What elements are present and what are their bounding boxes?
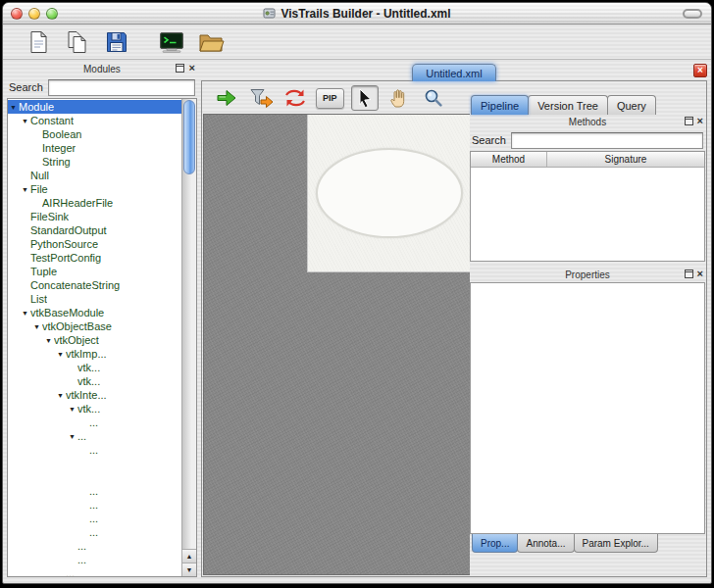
expand-arrow-icon[interactable]: ▼ (55, 392, 66, 399)
tree-item[interactable]: ConcatenateString (8, 278, 181, 292)
toolbar-toggle-button[interactable] (683, 9, 702, 19)
scroll-down-button[interactable]: ▼ (182, 563, 196, 576)
close-tab-button[interactable]: × (693, 64, 707, 77)
modules-search-input[interactable] (48, 79, 195, 96)
tree-item[interactable]: ... (8, 553, 181, 566)
zoom-tool-button[interactable] (420, 85, 447, 111)
tree-item[interactable]: ... (8, 484, 181, 498)
tree-item[interactable]: Integer (8, 141, 181, 155)
scroll-up-button[interactable]: ▲ (182, 549, 196, 563)
methods-table-body (471, 168, 704, 261)
tab-query[interactable]: Query (607, 95, 656, 115)
tree-item[interactable]: List (8, 292, 181, 306)
tree-item[interactable]: ▼vtkImp... (8, 347, 181, 361)
tree-item[interactable]: ▼vtkBaseModule (8, 306, 181, 319)
column-header-signature[interactable]: Signature (547, 152, 704, 167)
tab-pipeline[interactable]: Pipeline (471, 95, 529, 115)
console-button[interactable] (156, 27, 187, 57)
properties-panel-header[interactable]: Properties × (470, 268, 705, 282)
expand-arrow-icon[interactable]: ▼ (8, 104, 19, 111)
scrollbar-thumb[interactable] (183, 100, 195, 174)
column-header-method[interactable]: Method (471, 152, 547, 167)
tree-item[interactable]: ▼Constant (8, 114, 181, 127)
tree-item[interactable]: FileSink (8, 210, 181, 223)
tab-annotations[interactable]: Annota... (517, 534, 574, 553)
tree-item[interactable] (8, 470, 181, 484)
pipeline-canvas[interactable] (203, 114, 470, 575)
tree-item[interactable]: ... (8, 443, 181, 457)
filter-button[interactable] (247, 85, 275, 111)
methods-search-label: Search (472, 134, 506, 146)
tree-item[interactable]: vtk... (8, 361, 181, 374)
pan-tool-button[interactable] (385, 85, 413, 111)
zoom-window-button[interactable] (46, 8, 58, 20)
methods-close-icon[interactable]: × (697, 116, 703, 125)
tree-item[interactable]: vtk... (8, 374, 181, 388)
expand-arrow-icon[interactable]: ▼ (67, 406, 77, 413)
new-vistrail-button[interactable] (23, 27, 54, 57)
tab-properties[interactable]: Prop... (472, 534, 518, 553)
version-node-ellipse[interactable] (316, 148, 463, 238)
tree-item[interactable]: ... (8, 416, 181, 429)
tree-item[interactable]: PythonSource (8, 237, 181, 251)
save-vistrail-button[interactable] (101, 27, 132, 57)
methods-search-input[interactable] (511, 132, 703, 149)
properties-float-icon[interactable] (685, 270, 693, 278)
minimize-window-button[interactable] (28, 8, 40, 20)
document-tab[interactable]: Untitled.xml (412, 64, 495, 81)
tree-item[interactable]: Boolean (8, 127, 181, 141)
tree-item[interactable]: ▼Module (8, 100, 181, 114)
app-icon (263, 7, 276, 20)
tree-item[interactable]: ... (8, 498, 181, 512)
tree-item[interactable]: ▼... (8, 429, 181, 443)
modules-panel-header[interactable]: Modules × (7, 62, 197, 76)
tree-item[interactable]: ... (8, 525, 181, 539)
tree-item[interactable] (8, 457, 181, 470)
scrollbar-track[interactable] (182, 99, 196, 549)
tree-item[interactable]: ▼vtkInte... (8, 388, 181, 402)
tree-item[interactable]: Null (8, 169, 181, 182)
methods-table: Method Signature (470, 151, 705, 262)
titlebar[interactable]: VisTrails Builder - Untitled.xml (3, 3, 711, 24)
tree-item[interactable]: ... (8, 512, 181, 525)
expand-arrow-icon[interactable]: ▼ (31, 323, 42, 330)
methods-float-icon[interactable] (685, 117, 693, 125)
expand-arrow-icon[interactable]: ▼ (20, 118, 30, 124)
tree-item[interactable]: ▼File (8, 182, 181, 196)
modules-search-row: Search (7, 76, 197, 98)
methods-panel-header[interactable]: Methods × (470, 115, 705, 129)
modules-float-icon[interactable] (176, 64, 184, 73)
expand-arrow-icon[interactable]: ▼ (20, 310, 30, 317)
tab-param-exploration[interactable]: Param Explor... (574, 534, 658, 553)
tree-item[interactable]: String (8, 155, 181, 169)
version-button[interactable] (281, 85, 309, 111)
tree-item-label: ... (77, 554, 86, 565)
tree-item[interactable]: Tuple (8, 265, 181, 278)
methods-search-row: Search (470, 129, 705, 151)
open-vistrail-button[interactable] (62, 27, 93, 57)
pip-view[interactable] (307, 115, 470, 272)
modules-scrollbar[interactable]: ▲ ▼ (181, 99, 196, 576)
methods-panel-title: Methods (569, 117, 606, 127)
close-window-button[interactable] (11, 8, 23, 20)
tree-item[interactable]: ▼vtkObject (8, 333, 181, 347)
tree-item[interactable]: AIRHeaderFile (8, 196, 181, 210)
modules-close-icon[interactable]: × (188, 63, 194, 73)
tree-item[interactable]: StandardOutput (8, 223, 181, 237)
tree-item[interactable]: ... (8, 566, 181, 576)
execute-button[interactable] (213, 85, 240, 111)
import-button[interactable] (195, 27, 227, 57)
properties-close-icon[interactable]: × (697, 269, 703, 278)
expand-arrow-icon[interactable]: ▼ (55, 351, 66, 358)
expand-arrow-icon[interactable]: ▼ (20, 186, 30, 193)
properties-panel: Properties × Prop... (470, 268, 705, 554)
select-tool-button[interactable] (351, 85, 379, 111)
tree-item[interactable]: ▼vtk... (8, 402, 181, 416)
tree-item[interactable]: ▼vtkObjectBase (8, 319, 181, 333)
tab-version-tree[interactable]: Version Tree (528, 95, 608, 115)
expand-arrow-icon[interactable]: ▼ (67, 433, 77, 440)
tree-item[interactable]: TestPortConfig (8, 251, 181, 265)
expand-arrow-icon[interactable]: ▼ (43, 337, 54, 344)
tree-item[interactable]: ... (8, 539, 181, 553)
pip-button[interactable]: PIP (316, 88, 344, 109)
